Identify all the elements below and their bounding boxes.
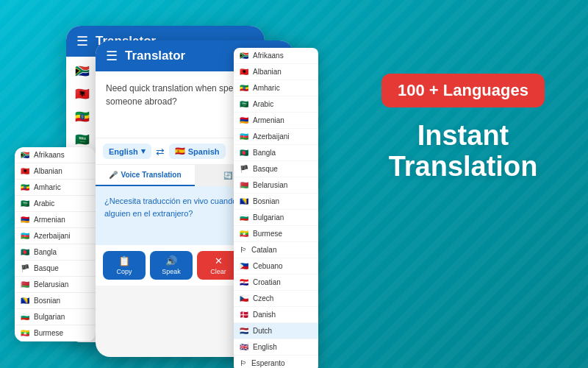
source-lang-label: English	[109, 147, 138, 156]
list-item[interactable]: 🇧🇩Bangla	[15, 244, 96, 261]
dropdown-item[interactable]: 🇧🇾Belarusian	[234, 177, 318, 194]
dropdown-item[interactable]: 🇨🇿Czech	[234, 291, 318, 307]
tab-voice-label: Voice Translation	[121, 171, 181, 179]
target-lang-label: Spanish	[188, 147, 220, 156]
list-item[interactable]: 🇧🇬Bulgarian	[15, 309, 96, 325]
dropdown-item[interactable]: 🇦🇲Armenian	[234, 113, 318, 129]
dropdown-item[interactable]: 🇩🇰Danish	[234, 307, 318, 323]
dropdown-item[interactable]: 🇸🇦Arabic	[234, 96, 318, 113]
clear-icon: ✕	[215, 255, 223, 266]
list-item[interactable]: 🇧🇦Bosnian	[15, 293, 96, 309]
clear-label: Clear	[210, 268, 226, 275]
dropdown-item[interactable]: 🇿🇦Afrikaans	[234, 48, 318, 64]
target-lang-flag: 🇪🇸	[175, 146, 185, 156]
list-item[interactable]: 🇧🇾Belarusian	[15, 277, 96, 293]
dropdown-item[interactable]: 🇭🇷Croatian	[234, 275, 318, 291]
dropdown-item[interactable]: 🇲🇲Burmese	[234, 226, 318, 242]
list-item[interactable]: 🏴Basque	[15, 261, 96, 277]
tab-voice-translation[interactable]: 🎤 Voice Translation	[96, 165, 195, 186]
copy-icon: 📋	[118, 255, 130, 266]
dropdown-item[interactable]: 🇦🇱Albanian	[234, 64, 318, 80]
dropdown-language-list: 🇿🇦Afrikaans 🇦🇱Albanian 🇪🇹Amharic 🇸🇦Arabi…	[234, 48, 318, 368]
list-item[interactable]: 🇦🇱Albanian	[15, 163, 96, 180]
source-lang-button[interactable]: English ▾	[103, 144, 151, 159]
left-language-list: 🇿🇦Afrikaans 🇦🇱Albanian 🇪🇹Amharic 🇸🇦Arabi…	[15, 147, 96, 342]
list-item[interactable]: 🇲🇲Burmese	[15, 325, 96, 342]
right-panel: 100 + Languages Instant Translation	[368, 74, 559, 183]
front-app-title: Translator	[125, 49, 185, 63]
languages-badge: 100 + Languages	[381, 74, 545, 107]
copy-button[interactable]: 📋 Copy	[103, 251, 146, 280]
dropdown-item[interactable]: 🏴Basque	[234, 161, 318, 177]
swap-icon[interactable]: ⇄	[156, 146, 165, 158]
list-item[interactable]: 🇦🇲Armenian	[15, 212, 96, 228]
translate-icon: 🔄	[223, 171, 232, 180]
dropdown-item[interactable]: 🇵🇭Cebuano	[234, 258, 318, 275]
chevron-down-icon: ▾	[141, 146, 146, 156]
dropdown-item[interactable]: 🇪🇹Amharic	[234, 80, 318, 96]
dropdown-item[interactable]: 🇧🇦Bosnian	[234, 194, 318, 210]
dropdown-item[interactable]: 🇬🇧English	[234, 339, 318, 355]
dropdown-item[interactable]: 🇦🇿Azerbaijani	[234, 129, 318, 145]
target-lang-button[interactable]: 🇪🇸 Spanish	[169, 144, 226, 159]
list-item[interactable]: 🇦🇿Azerbaijani	[15, 228, 96, 244]
dropdown-item[interactable]: 🇧🇬Bulgarian	[234, 210, 318, 226]
list-item[interactable]: 🇸🇦Arabic	[15, 196, 96, 212]
mic-icon: 🎤	[109, 171, 118, 179]
copy-label: Copy	[116, 268, 132, 275]
instant-title: Instant Translation	[368, 121, 559, 183]
dropdown-item-dutch[interactable]: 🇳🇱Dutch	[234, 323, 318, 339]
dropdown-item[interactable]: 🏳Esperanto	[234, 355, 318, 368]
dropdown-item[interactable]: 🏳Catalan	[234, 242, 318, 258]
list-item[interactable]: 🇿🇦Afrikaans	[15, 147, 96, 163]
hamburger-icon-front[interactable]: ☰	[106, 48, 118, 64]
hamburger-icon[interactable]: ☰	[76, 33, 88, 49]
dropdown-item[interactable]: 🇧🇩Bangla	[234, 145, 318, 161]
speak-icon: 🔊	[165, 255, 177, 266]
speak-label: Speak	[162, 268, 181, 275]
speak-button[interactable]: 🔊 Speak	[150, 251, 193, 280]
list-item[interactable]: 🇪🇹Amharic	[15, 180, 96, 196]
